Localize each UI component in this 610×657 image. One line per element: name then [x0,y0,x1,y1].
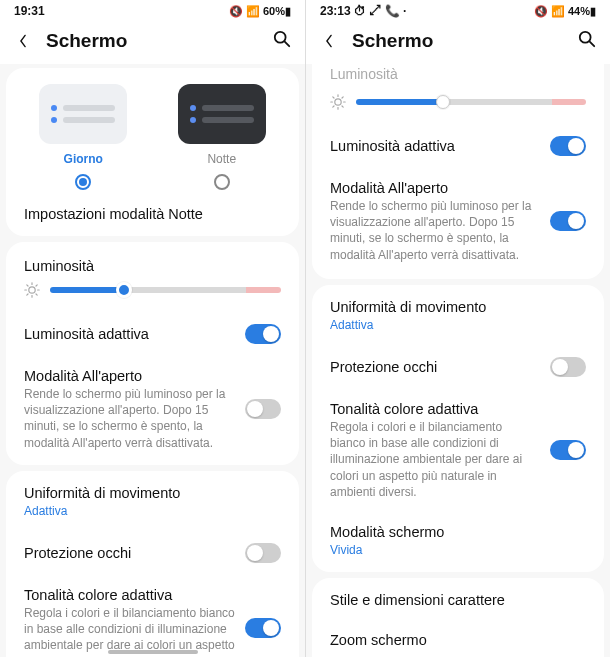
theme-night-preview [178,84,266,144]
header: Schermo [0,20,305,64]
svg-line-20 [333,106,334,107]
eye-comfort-row[interactable]: Protezione occhi [6,531,299,575]
brightness-row [6,276,299,312]
adaptive-brightness-row[interactable]: Luminosità adattiva [312,124,604,168]
adaptive-color-toggle[interactable] [245,618,281,638]
brightness-thumb[interactable] [436,95,450,109]
extras-card: Stile e dimensioni carattere Zoom scherm… [312,578,604,657]
brightness-heading: Luminosità [6,244,299,276]
brightness-slider[interactable] [50,287,281,293]
theme-day-label: Giorno [64,152,103,166]
motion-smoothness-row[interactable]: Uniformità di movimento Adattiva [312,287,604,345]
svg-line-9 [27,294,28,295]
outdoor-mode-row[interactable]: Modalità All'aperto Rende lo schermo più… [312,168,604,275]
search-icon[interactable] [578,30,596,52]
status-time: 19:31 [14,4,45,18]
eye-comfort-row[interactable]: Protezione occhi [312,345,604,389]
brightness-heading-faded: Luminosità [312,64,604,88]
svg-line-18 [333,97,334,98]
page-title: Schermo [352,30,578,52]
adaptive-brightness-toggle[interactable] [550,136,586,156]
brightness-card: Luminosità Luminosità adattiva Modalità … [6,242,299,465]
adaptive-color-row[interactable]: Tonalità colore adattiva Regola i colori… [6,575,299,657]
theme-night[interactable]: Notte [178,84,266,190]
status-time: 23:13 ⏱ ⤢ 📞 · [320,4,406,18]
svg-line-21 [342,97,343,98]
zoom-row[interactable]: Zoom schermo [312,620,604,657]
adaptive-color-toggle[interactable] [550,440,586,460]
status-icons: 🔇 📶 60%▮ [229,5,291,18]
theme-card: Giorno Notte Impostazioni modalità Notte [6,68,299,236]
status-bar: 19:31 🔇 📶 60%▮ [0,0,305,20]
theme-night-radio[interactable] [214,174,230,190]
back-icon[interactable] [14,32,32,50]
phone-right: 23:13 ⏱ ⤢ 📞 · 🔇 📶 44%▮ Schermo Luminosit… [305,0,610,657]
theme-night-label: Notte [207,152,236,166]
page-title: Schermo [46,30,273,52]
sun-icon [24,282,40,298]
night-mode-settings[interactable]: Impostazioni modalità Notte [6,194,299,234]
adaptive-color-row[interactable]: Tonalità colore adattiva Regola i colori… [312,389,604,512]
adaptive-brightness-row[interactable]: Luminosità adattiva [6,312,299,356]
svg-line-10 [36,285,37,286]
brightness-slider[interactable] [356,99,586,105]
svg-line-12 [590,42,595,47]
nav-handle[interactable] [108,650,198,654]
theme-day-preview [39,84,127,144]
brightness-thumb[interactable] [116,282,132,298]
svg-point-13 [335,99,341,105]
display-card: Uniformità di movimento Adattiva Protezi… [312,285,604,572]
outdoor-mode-toggle[interactable] [550,211,586,231]
outdoor-mode-toggle[interactable] [245,399,281,419]
phone-left: 19:31 🔇 📶 60%▮ Schermo Giorno [0,0,305,657]
svg-line-1 [285,42,290,47]
theme-day[interactable]: Giorno [39,84,127,190]
theme-day-radio[interactable] [75,174,91,190]
svg-point-11 [580,32,591,43]
brightness-row [312,88,604,124]
scroll-area[interactable]: Giorno Notte Impostazioni modalità Notte… [0,64,305,657]
status-bar: 23:13 ⏱ ⤢ 📞 · 🔇 📶 44%▮ [306,0,610,20]
scroll-area[interactable]: Luminosità Luminosità adattiva Modalità … [306,64,610,657]
svg-point-2 [29,287,35,293]
eye-comfort-toggle[interactable] [245,543,281,563]
back-icon[interactable] [320,32,338,50]
header: Schermo [306,20,610,64]
screen-mode-row[interactable]: Modalità schermo Vivida [312,512,604,570]
svg-line-8 [36,294,37,295]
display-card: Uniformità di movimento Adattiva Protezi… [6,471,299,657]
status-icons: 🔇 📶 44%▮ [534,5,596,18]
search-icon[interactable] [273,30,291,52]
brightness-card: Luminosità Luminosità adattiva Modalità … [312,64,604,279]
svg-line-7 [27,285,28,286]
font-row[interactable]: Stile e dimensioni carattere [312,580,604,620]
svg-line-19 [342,106,343,107]
adaptive-brightness-toggle[interactable] [245,324,281,344]
svg-point-0 [275,32,286,43]
outdoor-mode-row[interactable]: Modalità All'aperto Rende lo schermo più… [6,356,299,463]
motion-smoothness-row[interactable]: Uniformità di movimento Adattiva [6,473,299,531]
eye-comfort-toggle[interactable] [550,357,586,377]
sun-icon [330,94,346,110]
